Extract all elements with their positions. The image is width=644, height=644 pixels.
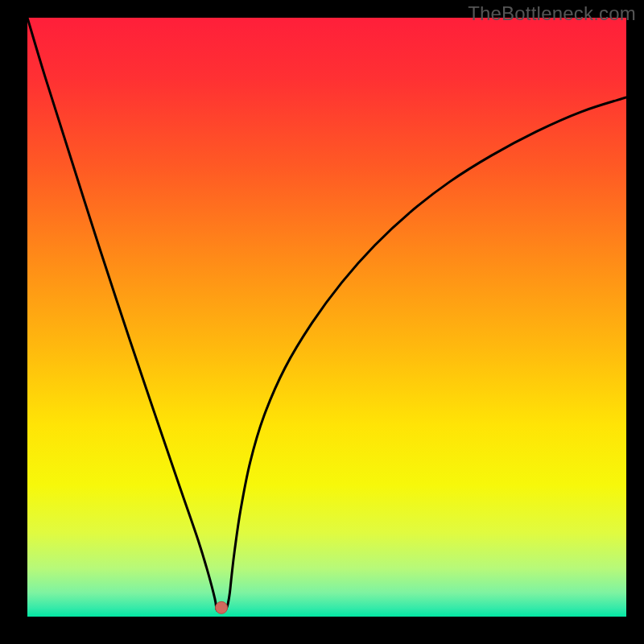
chart-frame: TheBottleneck.com <box>0 0 644 644</box>
watermark-text: TheBottleneck.com <box>468 2 636 25</box>
plot-svg <box>27 18 626 617</box>
gradient-background <box>27 18 626 617</box>
plot-area <box>27 18 626 617</box>
optimum-marker <box>216 601 228 613</box>
